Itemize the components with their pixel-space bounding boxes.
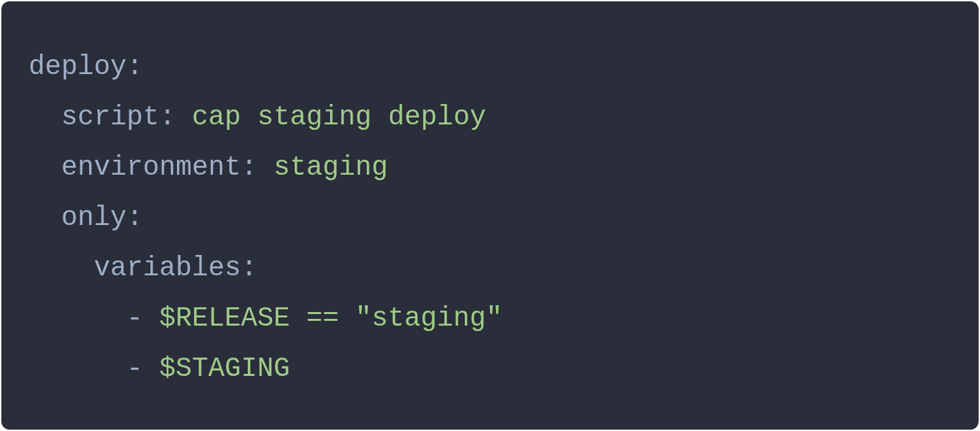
code-content: deploy: script: cap staging deploy envir… bbox=[29, 42, 951, 394]
code-line: only: bbox=[29, 193, 951, 243]
code-line: - $RELEASE == "staging" bbox=[29, 294, 951, 344]
code-line: - $STAGING bbox=[29, 344, 951, 394]
code-line: environment: staging bbox=[29, 143, 951, 193]
code-block: deploy: script: cap staging deploy envir… bbox=[1, 1, 979, 430]
code-line: variables: bbox=[29, 243, 951, 294]
code-line: deploy: bbox=[29, 42, 951, 92]
code-line: script: cap staging deploy bbox=[29, 92, 951, 143]
